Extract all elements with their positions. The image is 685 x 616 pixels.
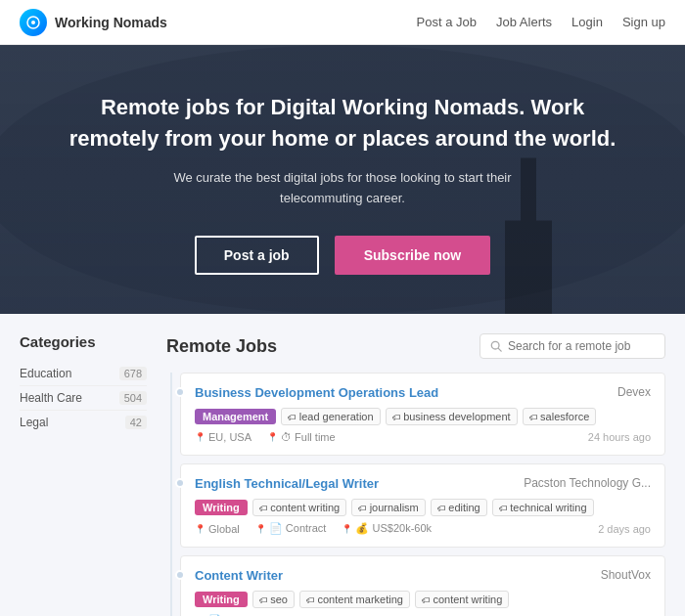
- tag-skill: salesforce: [523, 408, 597, 425]
- sidebar-label-education: Education: [20, 367, 71, 380]
- job-list: Remote Jobs Business Development Operati…: [166, 333, 665, 616]
- tag-skill: content writing: [252, 499, 346, 516]
- tag-skill: journalism: [351, 499, 426, 516]
- job-card: Business Development Operations Lead Dev…: [180, 373, 665, 456]
- tag-category[interactable]: Writing: [195, 592, 248, 607]
- tag-skill: editing: [431, 499, 487, 516]
- job-dot: [175, 387, 185, 397]
- sidebar-count-legal: 42: [125, 416, 147, 429]
- job-card-header: Business Development Operations Lead Dev…: [195, 385, 651, 400]
- job-list-header: Remote Jobs: [166, 333, 665, 359]
- job-card-header: Content Writer ShoutVox: [195, 568, 651, 583]
- post-job-button[interactable]: Post a job: [195, 236, 319, 275]
- nav-post-job[interactable]: Post a Job: [417, 15, 477, 29]
- navbar-links: Post a Job Job Alerts Login Sign up: [417, 15, 665, 29]
- tag-skill: content writing: [415, 591, 509, 608]
- meta-contract: 📄 Contract: [255, 522, 327, 535]
- job-company: Pacston Technology G...: [524, 476, 651, 490]
- tags-row: Writing seo content marketing content wr…: [195, 591, 651, 608]
- tags-row: Writing content writing journalism editi…: [195, 499, 651, 516]
- hero-section: Remote jobs for Digital Working Nomads. …: [0, 45, 685, 314]
- sidebar-item-education[interactable]: Education 678: [20, 362, 147, 386]
- job-company: Devex: [617, 385, 651, 399]
- sidebar: Categories Education 678 Health Care 504…: [20, 333, 147, 616]
- sidebar-label-healthcare: Health Care: [20, 391, 82, 405]
- sidebar-item-healthcare[interactable]: Health Care 504: [20, 386, 147, 411]
- nav-sign-up[interactable]: Sign up: [622, 15, 665, 29]
- tag-skill: lead generation: [281, 408, 380, 425]
- meta-row: Global 📄 Contract 💰 US$20k-60k: [195, 522, 432, 535]
- job-time: 2 days ago: [598, 523, 651, 535]
- meta-salary: 💰 US$20k-60k: [342, 522, 432, 535]
- tag-skill: technical writing: [492, 499, 594, 516]
- job-card: Content Writer ShoutVox Writing seo cont…: [180, 555, 665, 616]
- nav-job-alerts[interactable]: Job Alerts: [496, 15, 552, 29]
- sidebar-label-legal: Legal: [20, 416, 48, 429]
- sidebar-count-healthcare: 504: [119, 391, 147, 405]
- job-title[interactable]: Content Writer: [195, 568, 283, 583]
- tag-skill: business development: [386, 408, 518, 425]
- sidebar-item-legal[interactable]: Legal 42: [20, 411, 147, 434]
- tags-row: Management lead generation business deve…: [195, 408, 651, 425]
- hero-headline: Remote jobs for Digital Working Nomads. …: [59, 92, 626, 154]
- nav-login[interactable]: Login: [571, 15, 603, 29]
- meta-location: EU, USA: [195, 431, 251, 443]
- navbar: Working Nomads Post a Job Job Alerts Log…: [0, 0, 685, 45]
- tag-category[interactable]: Writing: [195, 500, 248, 515]
- job-list-title: Remote Jobs: [166, 336, 277, 357]
- job-card: English Technical/Legal Writer Pacston T…: [180, 463, 665, 548]
- search-icon: [490, 340, 502, 352]
- meta-location: Global: [195, 523, 240, 535]
- job-card-bottom: EU, USA ⏱ Full time 24 hours ago: [195, 431, 651, 443]
- job-list-body: Business Development Operations Lead Dev…: [170, 373, 665, 616]
- hero-subtext: We curate the best digital jobs for thos…: [157, 168, 528, 209]
- job-card-bottom: Global 📄 Contract 💰 US$20k-60k 2 days ag…: [195, 522, 651, 535]
- search-input[interactable]: [508, 339, 655, 353]
- meta-type: ⏱ Full time: [267, 431, 336, 443]
- brand: Working Nomads: [20, 9, 167, 36]
- sidebar-count-education: 678: [119, 367, 147, 380]
- job-time: 24 hours ago: [588, 431, 651, 443]
- sidebar-title: Categories: [20, 333, 147, 350]
- hero-buttons: Post a job Subscribe now: [59, 236, 626, 275]
- main-content: Categories Education 678 Health Care 504…: [0, 314, 685, 616]
- job-title[interactable]: English Technical/Legal Writer: [195, 476, 379, 491]
- brand-name: Working Nomads: [55, 15, 167, 30]
- brand-icon: [20, 9, 47, 36]
- tag-category[interactable]: Management: [195, 409, 276, 424]
- job-company: ShoutVox: [601, 568, 651, 582]
- job-dot: [175, 478, 185, 488]
- svg-point-1: [31, 21, 35, 24]
- job-dot: [175, 570, 185, 580]
- job-title[interactable]: Business Development Operations Lead: [195, 385, 438, 400]
- search-box[interactable]: [480, 333, 665, 359]
- tag-skill: seo: [252, 591, 295, 608]
- tag-skill: content marketing: [299, 591, 410, 608]
- subscribe-button[interactable]: Subscribe now: [335, 236, 491, 275]
- svg-line-3: [498, 349, 501, 352]
- job-card-header: English Technical/Legal Writer Pacston T…: [195, 476, 651, 491]
- meta-row: EU, USA ⏱ Full time: [195, 431, 336, 443]
